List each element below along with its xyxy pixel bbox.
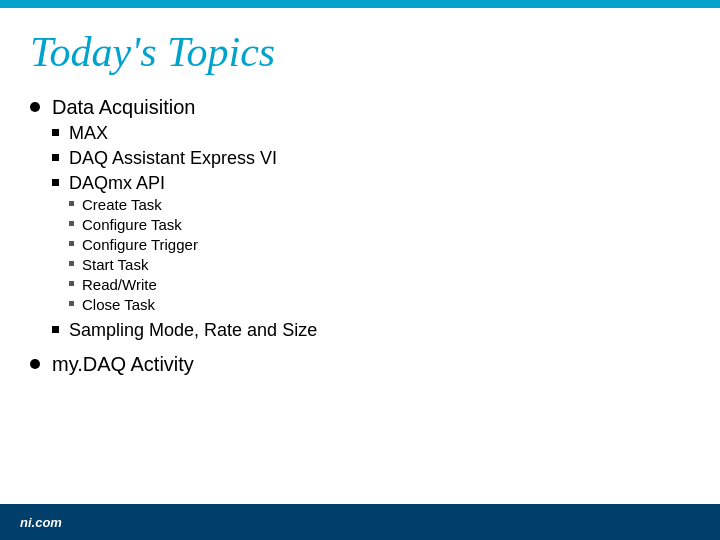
list-item: Read/Write — [69, 276, 690, 293]
list-item: Configure Trigger — [69, 236, 690, 253]
bullet-small-square-icon — [69, 221, 74, 226]
list-item: Start Task — [69, 256, 690, 273]
list-item: Sampling Mode, Rate and Size — [52, 320, 690, 341]
bullet-small-square-icon — [69, 281, 74, 286]
sub-sub-item-label: Configure Trigger — [82, 236, 690, 253]
list-item: my.DAQ Activity — [30, 353, 690, 376]
page-title: Today's Topics — [30, 28, 690, 76]
sub-list: MAX DAQ Assistant Express VI DAQmx API — [52, 123, 690, 341]
sub-item-label: Sampling Mode, Rate and Size — [69, 320, 690, 341]
sub-item-label: DAQmx API — [69, 173, 165, 193]
sub-item-content: DAQmx API Create Task Configure Task — [69, 173, 690, 316]
main-list: Data Acquisition MAX DAQ Assistant Expre… — [30, 96, 690, 376]
list-item: Create Task — [69, 196, 690, 213]
bullet-circle-icon — [30, 102, 40, 112]
list-item: Data Acquisition MAX DAQ Assistant Expre… — [30, 96, 690, 345]
list-item: DAQ Assistant Express VI — [52, 148, 690, 169]
top-bar — [0, 0, 720, 8]
bullet-circle-icon — [30, 359, 40, 369]
footer: ni.com — [0, 504, 720, 540]
list-item-label: my.DAQ Activity — [52, 353, 690, 376]
bullet-small-square-icon — [69, 261, 74, 266]
sub-sub-list: Create Task Configure Task Configure Tri… — [69, 196, 690, 313]
list-item: MAX — [52, 123, 690, 144]
bullet-square-icon — [52, 326, 59, 333]
sub-sub-item-label: Create Task — [82, 196, 690, 213]
bullet-small-square-icon — [69, 241, 74, 246]
sub-item-label: MAX — [69, 123, 690, 144]
bullet-square-icon — [52, 179, 59, 186]
list-item: Configure Task — [69, 216, 690, 233]
sub-sub-item-label: Read/Write — [82, 276, 690, 293]
list-item-label: Data Acquisition — [52, 96, 195, 118]
footer-logo: ni.com — [20, 515, 62, 530]
sub-sub-item-label: Close Task — [82, 296, 690, 313]
list-item: DAQmx API Create Task Configure Task — [52, 173, 690, 316]
sub-sub-item-label: Configure Task — [82, 216, 690, 233]
list-item-content: Data Acquisition MAX DAQ Assistant Expre… — [52, 96, 690, 345]
bullet-small-square-icon — [69, 301, 74, 306]
main-content: Today's Topics Data Acquisition MAX DAQ … — [0, 8, 720, 404]
list-item: Close Task — [69, 296, 690, 313]
bullet-square-icon — [52, 154, 59, 161]
sub-sub-item-label: Start Task — [82, 256, 690, 273]
sub-item-label: DAQ Assistant Express VI — [69, 148, 690, 169]
bullet-square-icon — [52, 129, 59, 136]
bullet-small-square-icon — [69, 201, 74, 206]
